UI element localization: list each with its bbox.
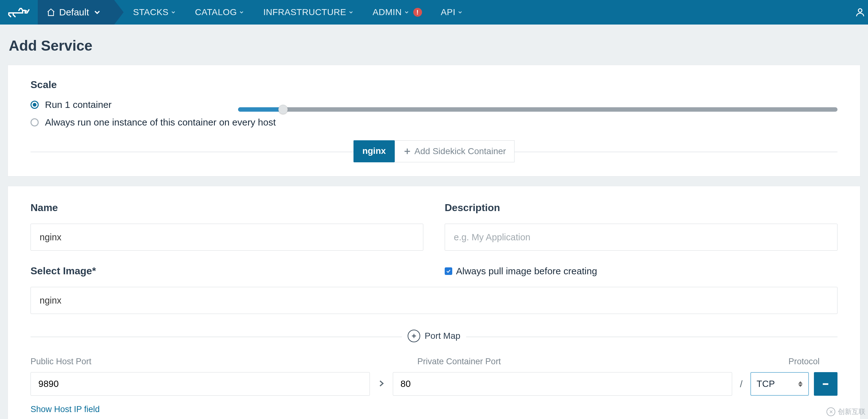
nav-user[interactable] — [855, 0, 866, 25]
nav-infrastructure[interactable]: INFRASTRUCTURE — [263, 7, 354, 17]
portmap-headers: Public Host Port Private Container Port … — [8, 342, 860, 366]
always-pull-checkbox[interactable]: Always pull image before creating — [445, 266, 597, 276]
add-port-map-button[interactable]: Port Map — [402, 330, 466, 342]
nav-catalog[interactable]: CATALOG — [195, 7, 244, 17]
sidekick-tabs: nginx Add Sidekick Container — [31, 140, 837, 176]
name-input[interactable] — [31, 223, 423, 251]
portmap-section: Port Map — [31, 330, 837, 342]
checkbox-icon — [445, 267, 452, 275]
chevron-down-icon — [457, 9, 463, 15]
protocol-value: TCP — [757, 379, 775, 389]
scale-radio-fixed[interactable]: Run 1 container — [31, 99, 238, 110]
select-caret-icon — [798, 381, 803, 387]
environment-label: Default — [59, 7, 89, 18]
nav-items: STACKS CATALOG INFRASTRUCTURE ADMIN! API — [133, 0, 463, 25]
add-sidekick-label: Add Sidekick Container — [414, 146, 506, 156]
tab-primary-container[interactable]: nginx — [353, 140, 395, 162]
radio-icon — [31, 118, 39, 126]
scale-slider[interactable] — [238, 105, 837, 112]
user-icon — [855, 7, 866, 18]
col-public-port: Public Host Port — [31, 357, 394, 366]
protocol-select[interactable]: TCP — [750, 372, 809, 396]
watermark-text: 创新互联 — [838, 407, 866, 417]
scale-radio-fixed-label: Run 1 container — [45, 99, 112, 110]
nav-admin[interactable]: ADMIN! — [373, 7, 422, 17]
slider-thumb-icon[interactable] — [278, 105, 288, 114]
slider-fill — [238, 107, 283, 112]
environment-dropdown[interactable]: Default — [38, 0, 114, 25]
svg-point-0 — [26, 10, 27, 12]
circle-plus-icon — [408, 330, 420, 342]
logo[interactable] — [0, 0, 38, 25]
image-input[interactable] — [31, 287, 837, 314]
arrow-right-icon — [370, 379, 393, 389]
nav-api[interactable]: API — [441, 7, 463, 17]
name-label: Name — [31, 202, 423, 214]
description-label: Description — [445, 202, 837, 214]
portmap-label: Port Map — [425, 331, 460, 341]
top-navbar: Default STACKS CATALOG INFRASTRUCTURE AD… — [0, 0, 868, 25]
home-icon — [46, 8, 55, 17]
always-pull-label: Always pull image before creating — [456, 266, 597, 276]
image-label: Select Image* — [31, 265, 423, 277]
scale-radio-global-label: Always run one instance of this containe… — [45, 117, 276, 128]
plus-icon — [403, 147, 411, 155]
chevron-down-icon — [348, 9, 354, 15]
watermark: ✕ 创新互联 — [827, 407, 866, 417]
svg-point-1 — [858, 9, 862, 12]
scale-panel: Scale Run 1 container Always run one ins… — [7, 65, 861, 177]
remove-port-button[interactable] — [814, 372, 837, 396]
portmap-row: / TCP — [8, 366, 860, 396]
scale-section-title: Scale — [31, 79, 837, 91]
service-form-panel: Name Description Select Image* Always pu… — [7, 186, 861, 419]
description-input[interactable] — [445, 223, 837, 251]
add-sidekick-button[interactable]: Add Sidekick Container — [395, 140, 515, 162]
chevron-down-icon — [170, 9, 176, 15]
private-port-input[interactable] — [393, 372, 732, 396]
scale-radio-global[interactable]: Always run one instance of this containe… — [31, 117, 837, 128]
minus-icon — [821, 379, 830, 389]
public-port-input[interactable] — [31, 372, 370, 396]
radio-icon — [31, 101, 39, 109]
show-host-ip-link[interactable]: Show Host IP field — [8, 396, 860, 419]
chevron-down-icon — [239, 9, 244, 15]
watermark-icon: ✕ — [827, 407, 835, 416]
nav-stacks[interactable]: STACKS — [133, 7, 176, 17]
chevron-down-icon — [404, 9, 409, 15]
page-title: Add Service — [0, 25, 868, 65]
col-private-port: Private Container Port — [417, 357, 770, 366]
chevron-down-icon — [93, 8, 101, 17]
slash-separator: / — [732, 379, 750, 389]
alert-badge-icon: ! — [413, 8, 422, 17]
col-protocol: Protocol — [788, 357, 837, 366]
